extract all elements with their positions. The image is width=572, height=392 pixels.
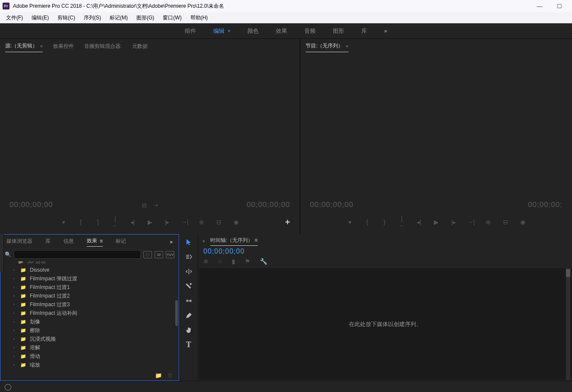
- go-to-in-icon[interactable]: |←: [398, 215, 405, 229]
- mark-in-icon[interactable]: {: [364, 219, 371, 226]
- workspace-editing[interactable]: 编辑≡: [213, 27, 230, 35]
- mark-in-icon[interactable]: {: [77, 219, 84, 226]
- overwrite-icon[interactable]: ⊟: [215, 219, 222, 226]
- step-forward-icon[interactable]: |▸: [450, 219, 457, 226]
- effect-folder[interactable]: ›📁FilmImpact 弹跳过渡: [0, 274, 179, 283]
- tab-menu-icon[interactable]: ≡: [100, 238, 103, 244]
- maximize-button[interactable]: ☐: [550, 0, 569, 12]
- tab-timeline[interactable]: 时间轴:（无序列） ≡: [210, 237, 258, 246]
- menu-graphics[interactable]: 图形(G): [132, 13, 158, 23]
- source-timecode-left[interactable]: 00;00;00;00: [9, 201, 53, 209]
- workspace-assembly[interactable]: 组件: [185, 27, 196, 35]
- type-tool-icon[interactable]: T: [184, 340, 193, 349]
- accelerated-badge[interactable]: ⬚: [143, 251, 152, 258]
- go-to-out-icon[interactable]: →|: [181, 219, 188, 226]
- selection-tool-icon[interactable]: [184, 238, 193, 246]
- program-timecode-left[interactable]: 00;00;00;00: [310, 201, 354, 209]
- workspace-effects[interactable]: 效果: [276, 27, 287, 35]
- step-back-icon[interactable]: ◂|: [129, 219, 136, 226]
- marker-icon[interactable]: ▾: [347, 219, 354, 226]
- new-bin-icon[interactable]: 📁: [155, 372, 162, 379]
- tab-effects[interactable]: 效果≡: [87, 237, 103, 247]
- effect-folder[interactable]: ›📁划像: [0, 317, 179, 326]
- effect-folder[interactable]: ›📁滑动: [0, 352, 179, 361]
- snap-icon[interactable]: ✲: [203, 258, 209, 265]
- export-frame-icon[interactable]: ◉: [519, 219, 526, 226]
- lift-icon[interactable]: ⊕: [485, 219, 492, 226]
- workspace-audio[interactable]: 音频: [304, 27, 316, 35]
- insert-icon[interactable]: ⊕: [198, 219, 205, 226]
- effect-folder[interactable]: ›📁沉浸式视频: [0, 335, 179, 343]
- slip-tool-icon[interactable]: [184, 296, 193, 305]
- close-panel-icon[interactable]: ×: [202, 239, 205, 244]
- settings-icon[interactable]: ⚑: [245, 258, 250, 265]
- effects-search-input[interactable]: [14, 250, 141, 259]
- mark-out-icon[interactable]: }: [381, 219, 388, 226]
- effect-folder[interactable]: ›📁FilmImpact 运动补间: [0, 309, 179, 317]
- timeline-vscroll-track[interactable]: [566, 268, 570, 380]
- tab-audio-clip-mixer[interactable]: 音频剪辑混合器:: [84, 43, 122, 52]
- linked-selection-icon[interactable]: ∩: [218, 258, 222, 265]
- timeline-timecode[interactable]: 00;00;00;00: [198, 247, 572, 257]
- effect-folder[interactable]: 📁3D 运动: [0, 261, 179, 266]
- export-frame-icon[interactable]: ◉: [233, 219, 240, 226]
- tab-program[interactable]: 节目:（无序列）≡: [306, 42, 348, 52]
- effects-scrollbar[interactable]: [175, 300, 178, 326]
- button-editor-icon[interactable]: +: [285, 217, 290, 227]
- go-to-in-icon[interactable]: |←: [112, 215, 119, 229]
- resolution-icon[interactable]: ⇥: [153, 202, 158, 208]
- tab-media-browser[interactable]: 媒体浏览器: [6, 238, 32, 247]
- effect-folder[interactable]: ›📁Dissolve: [0, 266, 179, 274]
- extract-icon[interactable]: ⊟: [502, 219, 509, 226]
- tab-source[interactable]: 源:（无剪辑）≡: [5, 42, 43, 52]
- effect-folder[interactable]: ›📁缩放: [0, 361, 179, 369]
- menu-help[interactable]: 帮助(H): [186, 13, 212, 23]
- pen-tool-icon[interactable]: [184, 311, 193, 320]
- go-to-out-icon[interactable]: →|: [468, 219, 474, 226]
- project-tabs-overflow[interactable]: »: [170, 239, 173, 245]
- ripple-edit-tool-icon[interactable]: [184, 267, 193, 276]
- add-marker-icon[interactable]: ▮: [232, 258, 235, 265]
- hand-tool-icon[interactable]: [184, 326, 193, 334]
- workspace-libraries[interactable]: 库: [361, 27, 367, 35]
- workspace-color[interactable]: 颜色: [247, 27, 259, 35]
- tab-menu-icon[interactable]: ≡: [346, 44, 348, 48]
- panel-menu-icon[interactable]: ≡: [228, 28, 230, 33]
- menu-window[interactable]: 窗口(W): [158, 13, 186, 23]
- effect-folder[interactable]: ›📁FilmImpact 过渡2: [0, 292, 179, 300]
- play-icon[interactable]: ▶: [433, 219, 440, 226]
- tab-metadata[interactable]: 元数据: [132, 43, 148, 52]
- menu-marker[interactable]: 标记(M): [105, 13, 132, 23]
- wrench-icon[interactable]: 🔧: [260, 258, 267, 265]
- effect-folder[interactable]: ›📁FilmImpact 过渡3: [0, 300, 179, 309]
- tab-menu-icon[interactable]: ≡: [40, 44, 42, 48]
- menu-file[interactable]: 文件(F): [2, 13, 27, 23]
- workspace-graphics[interactable]: 图形: [333, 27, 344, 35]
- effect-folder[interactable]: ›📁FilmImpact 过渡1: [0, 283, 179, 292]
- minimize-button[interactable]: —: [530, 0, 550, 12]
- 32bit-badge[interactable]: 32: [155, 251, 163, 258]
- step-back-icon[interactable]: ◂|: [416, 219, 423, 226]
- timeline-vscroll-thumb[interactable]: [566, 269, 570, 277]
- menu-sequence[interactable]: 序列(S): [79, 13, 105, 23]
- mark-out-icon[interactable]: }: [95, 219, 101, 226]
- workspace-overflow[interactable]: »: [384, 28, 387, 34]
- razor-tool-icon[interactable]: [184, 282, 193, 290]
- delete-icon[interactable]: 🗑: [167, 372, 173, 379]
- creative-cloud-icon[interactable]: ◯: [4, 383, 12, 391]
- tab-libraries[interactable]: 库: [45, 238, 51, 247]
- effect-folder[interactable]: ›📁擦除: [0, 326, 179, 335]
- timeline-drop-area[interactable]: 在此处放下媒体以创建序列。: [199, 268, 571, 380]
- menu-edit[interactable]: 编辑(E): [27, 13, 53, 23]
- tab-effect-controls[interactable]: 效果控件: [53, 43, 74, 52]
- track-select-tool-icon[interactable]: [184, 252, 193, 261]
- yuv-badge[interactable]: YUV: [166, 251, 174, 258]
- fit-icon[interactable]: ▤: [142, 202, 147, 208]
- effect-folder[interactable]: ›📁溶解: [0, 343, 179, 352]
- menu-clip[interactable]: 剪辑(C): [53, 13, 79, 23]
- step-forward-icon[interactable]: |▸: [164, 219, 171, 226]
- tab-menu-icon[interactable]: ≡: [255, 237, 258, 243]
- marker-icon[interactable]: ▾: [60, 219, 67, 226]
- tab-markers[interactable]: 标记: [116, 238, 126, 247]
- play-icon[interactable]: ▶: [146, 219, 153, 226]
